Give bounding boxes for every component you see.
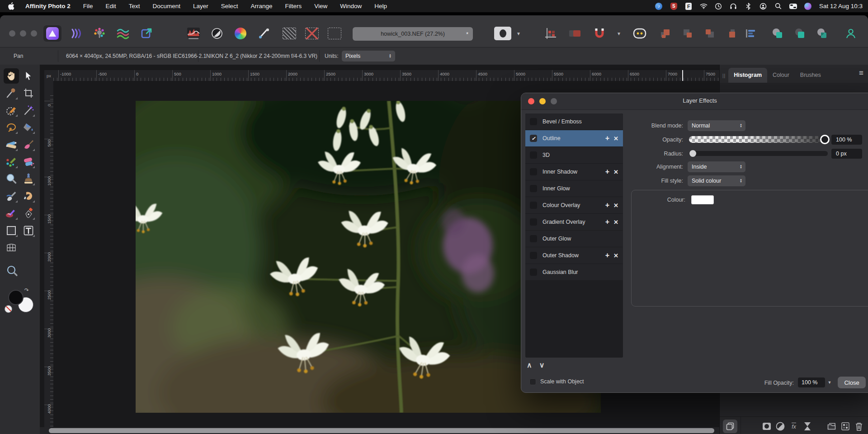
flood-fill-tool[interactable] — [21, 120, 36, 135]
menu-arrange[interactable]: Arrange — [250, 3, 272, 9]
paint-brush-tool[interactable] — [21, 137, 36, 152]
geometry-intersect-button[interactable] — [813, 25, 831, 42]
colour-wheel-button[interactable] — [231, 25, 250, 42]
wifi-icon[interactable] — [700, 2, 708, 10]
selection-clear-mode-button[interactable] — [303, 25, 321, 42]
spotlight-icon[interactable] — [774, 2, 782, 10]
move-to-front-button[interactable] — [656, 25, 675, 42]
mask-layer-button[interactable] — [761, 420, 772, 432]
menu-file[interactable]: File — [83, 3, 93, 9]
live-filter-button[interactable] — [802, 420, 813, 432]
menu-document[interactable]: Document — [153, 3, 181, 9]
app-status-icon[interactable]: F — [685, 2, 693, 10]
remove-instance-icon[interactable]: ✕ — [613, 252, 618, 259]
horizontal-ruler[interactable]: -1000-5000500100015002000250030003500400… — [53, 70, 720, 81]
ruler-unit-corner[interactable]: px — [44, 70, 53, 81]
blend-mode-select[interactable]: Normal ▲▼ — [688, 120, 745, 131]
add-instance-icon[interactable]: + — [605, 134, 609, 142]
smudge-tool[interactable] — [4, 189, 19, 204]
effect-row-bevel-emboss[interactable]: ✓ Bevel / Emboss +✕ — [525, 113, 623, 130]
horizontal-scrollbar-thumb[interactable] — [49, 428, 714, 433]
move-backward-button[interactable] — [701, 25, 719, 42]
pixel-tool[interactable] — [4, 154, 19, 170]
colour-swatch[interactable] — [691, 195, 714, 204]
add-instance-icon[interactable]: + — [605, 168, 609, 176]
document-title-pill[interactable]: howick_003.NEF (27.2%) * — [353, 27, 473, 41]
foreground-colour-swatch[interactable] — [8, 290, 24, 305]
burn-dodge-tool[interactable] — [21, 189, 36, 204]
panel-drag-handle[interactable]: || — [720, 73, 728, 83]
alignment-select[interactable]: Inside ▲▼ — [688, 161, 745, 172]
text-tool[interactable] — [21, 223, 36, 238]
effect-checkbox[interactable]: ✓ — [530, 252, 537, 259]
opacity-slider[interactable] — [689, 136, 828, 143]
pen-tool[interactable] — [21, 206, 36, 221]
no-colour-swatch[interactable] — [5, 305, 12, 313]
colour-picker-tool[interactable] — [4, 85, 19, 101]
geometry-subtract-button[interactable] — [791, 25, 809, 42]
fill-opacity-value[interactable]: 100 % — [798, 377, 825, 387]
mesh-warp-tool[interactable] — [4, 240, 19, 255]
dialog-title-bar[interactable]: Layer Effects — [521, 93, 868, 110]
adjustment-layer-button[interactable] — [775, 420, 786, 432]
add-instance-icon[interactable]: + — [605, 251, 609, 259]
menu-edit[interactable]: Edit — [106, 3, 116, 9]
close-button[interactable]: Close — [838, 377, 866, 388]
effect-checkbox[interactable]: ✓ — [530, 151, 537, 159]
panel-menu-icon[interactable]: ≡ — [859, 70, 863, 76]
zoom-tool[interactable] — [4, 171, 19, 187]
window-zoom-button[interactable] — [31, 30, 37, 37]
apple-menu[interactable] — [8, 2, 15, 10]
tone-mapping-persona-button[interactable] — [90, 25, 108, 42]
effect-row-outer-shadow[interactable]: ✓ Outer Shadow +✕ — [525, 247, 623, 264]
menu-help[interactable]: Help — [374, 3, 387, 9]
menu-text[interactable]: Text — [129, 3, 140, 9]
alignment-button[interactable] — [741, 25, 760, 42]
effect-checkbox[interactable]: ✓ — [530, 185, 537, 192]
layers-panel-button[interactable] — [723, 420, 737, 433]
remove-instance-icon[interactable]: ✕ — [613, 169, 618, 175]
move-forward-button[interactable] — [679, 25, 697, 42]
effect-row-gaussian-blur[interactable]: ✓ Gaussian Blur +✕ — [525, 264, 623, 281]
effect-checkbox[interactable]: ✓ — [530, 118, 537, 125]
menu-bar-clock[interactable]: Sat 12 Aug 10:3 — [819, 3, 863, 9]
flood-select-tool[interactable] — [21, 103, 36, 118]
move-effect-up-button[interactable]: ∧ — [527, 361, 532, 369]
selection-fill-mode-button[interactable] — [280, 25, 298, 42]
menu-layer[interactable]: Layer — [193, 3, 208, 9]
radius-slider-knob[interactable] — [689, 150, 696, 157]
effect-row-3d[interactable]: ✓ 3D +✕ — [525, 147, 623, 164]
units-select[interactable]: Pixels ▲▼ — [342, 51, 395, 61]
add-instance-icon[interactable]: + — [605, 218, 609, 226]
password-manager-icon[interactable]: S — [670, 2, 678, 10]
snapping-options-chevron[interactable]: ▼ — [615, 31, 623, 36]
menu-window[interactable]: Window — [340, 3, 362, 9]
delete-layer-button[interactable] — [854, 420, 864, 432]
snapping-button[interactable] — [590, 25, 609, 42]
add-instance-icon[interactable]: + — [605, 201, 609, 209]
radius-value[interactable]: 0 px — [831, 149, 862, 159]
headphones-icon[interactable] — [730, 2, 737, 10]
effect-checkbox[interactable]: ✓ — [530, 269, 537, 276]
horizontal-scrollbar[interactable] — [40, 427, 720, 434]
account-button[interactable] — [842, 25, 860, 42]
move-to-back-button[interactable] — [723, 25, 741, 42]
input-source-icon[interactable]: ♪ — [655, 2, 663, 10]
effect-row-inner-glow[interactable]: ✓ Inner Glow +✕ — [525, 180, 623, 197]
zoom-assistant-button[interactable] — [5, 264, 20, 279]
mask-options-chevron[interactable]: ▼ — [514, 31, 523, 36]
assistant-button[interactable] — [631, 25, 649, 42]
window-minimize-button[interactable] — [20, 30, 26, 37]
tab-colour[interactable]: Colour — [767, 68, 795, 83]
siri-icon[interactable] — [804, 2, 812, 10]
liquify-persona-button[interactable] — [114, 25, 132, 42]
split-view-button[interactable] — [208, 25, 226, 42]
vertical-ruler[interactable]: 05001000150020002500300035004000 — [44, 70, 53, 427]
effect-row-outline[interactable]: ✓ Outline +✕ — [525, 130, 623, 147]
blemish-removal-tool[interactable] — [4, 137, 19, 152]
remove-instance-icon[interactable]: ✕ — [613, 135, 618, 142]
rectangle-tool[interactable] — [4, 223, 19, 238]
tab-histogram[interactable]: Histogram — [728, 68, 767, 83]
histogram-button[interactable] — [184, 25, 203, 42]
pixel-grid-button[interactable] — [542, 25, 560, 42]
